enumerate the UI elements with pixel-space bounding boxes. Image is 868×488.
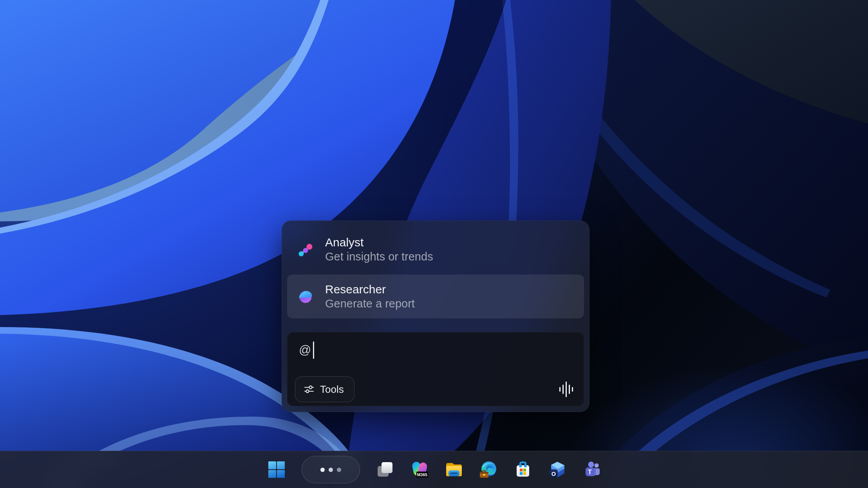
m365-copilot-icon: M365 [410,460,429,479]
microsoft-store-icon [514,460,532,479]
analyst-trend-icon [298,242,313,257]
windows-start-icon [267,460,286,479]
file-explorer-icon [445,460,463,479]
teams-badge-label: T [588,469,592,475]
voice-waveform-icon [558,380,573,398]
voice-input-button[interactable] [558,380,573,398]
researcher-planet-icon [298,289,313,304]
edge-browser-button[interactable] [479,460,498,479]
suggestion-title: Analyst [325,235,433,249]
suggestion-analyst[interactable]: Analyst Get insights or trends [287,228,584,271]
typing-dot [329,468,333,472]
teams-icon: T [582,460,601,479]
microsoft-store-button[interactable] [514,460,532,479]
suggestion-description: Generate a report [325,296,415,311]
start-button[interactable] [267,460,286,479]
sliders-icon [304,384,314,394]
input-value: @ [299,343,311,357]
typing-dot [337,468,341,472]
text-cursor [313,342,314,359]
copilot-text-input[interactable]: @ Tools [287,332,584,406]
suggestion-description: Get insights or trends [325,249,433,264]
task-view-icon [376,460,394,479]
m365-copilot-button[interactable]: M365 [410,460,429,479]
teams-button[interactable]: T [582,460,601,479]
suggestion-title: Researcher [325,282,415,296]
outlook-badge-label: O [551,471,555,477]
m365-badge-label: M365 [417,472,427,477]
typing-dot [320,468,325,472]
file-explorer-button[interactable] [445,460,463,479]
suggestion-researcher[interactable]: Researcher Generate a report [287,275,584,318]
tools-button-label: Tools [320,383,344,396]
taskbar: M365 [0,451,868,488]
edge-browser-briefcase-icon [479,460,498,479]
tools-button[interactable]: Tools [295,376,354,402]
copilot-typing-pill[interactable] [302,456,360,483]
agent-suggestion-list: Analyst Get insights or trends [287,228,584,318]
outlook-button[interactable]: O [548,460,567,479]
outlook-icon: O [548,460,567,479]
task-view-button[interactable] [376,460,394,479]
copilot-agent-popup: Analyst Get insights or trends [282,221,590,412]
